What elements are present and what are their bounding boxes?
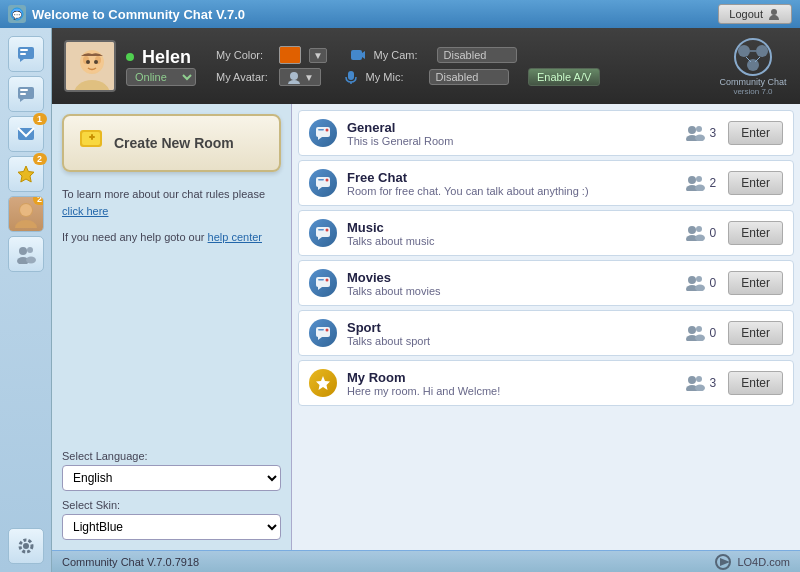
room-details: SportTalks about sport bbox=[347, 320, 673, 347]
enable-av-button[interactable]: Enable A/V bbox=[528, 68, 600, 86]
title-bar: 💬 Welcome to Community Chat V.7.0 Logout bbox=[0, 0, 800, 28]
room-item: MusicTalks about music 0Enter bbox=[298, 210, 794, 256]
header-controls: My Color: ▼ My Cam: Disabled My Avatar: bbox=[216, 46, 600, 86]
svg-rect-73 bbox=[318, 279, 324, 281]
svg-point-67 bbox=[688, 226, 696, 234]
svg-point-37 bbox=[738, 45, 750, 57]
sidebar-btn-avatar[interactable]: 2 bbox=[8, 196, 44, 232]
avatar-row: My Avatar: ▼ My Mic: bbox=[216, 68, 600, 86]
room-type-icon bbox=[309, 219, 337, 247]
language-select[interactable]: English French German Spanish bbox=[62, 465, 281, 491]
svg-rect-9 bbox=[20, 93, 26, 95]
svg-point-19 bbox=[26, 257, 36, 264]
enter-room-button-5[interactable]: Enter bbox=[728, 371, 783, 395]
svg-point-91 bbox=[695, 385, 705, 392]
settings-button[interactable] bbox=[8, 528, 44, 564]
sidebar-btn-users[interactable] bbox=[8, 236, 44, 272]
enter-room-button-2[interactable]: Enter bbox=[728, 221, 783, 245]
enter-room-button-0[interactable]: Enter bbox=[728, 121, 783, 145]
room-desc: Room for free chat. You can talk about a… bbox=[347, 185, 673, 197]
people-count-icon bbox=[685, 275, 705, 291]
avatar-dropdown-arrow: ▼ bbox=[304, 72, 314, 83]
room-item: SportTalks about sport 0Enter bbox=[298, 310, 794, 356]
svg-point-29 bbox=[94, 60, 98, 64]
color-dropdown[interactable]: ▼ bbox=[309, 48, 327, 63]
people-count-icon bbox=[685, 125, 705, 141]
sidebar: 1 2 2 bbox=[0, 28, 52, 572]
enter-room-button-4[interactable]: Enter bbox=[728, 321, 783, 345]
room-list: GeneralThis is General Room 3EnterFree C… bbox=[292, 104, 800, 550]
status-text: Community Chat V.7.0.7918 bbox=[62, 556, 199, 568]
svg-rect-8 bbox=[20, 89, 28, 91]
svg-point-61 bbox=[696, 176, 702, 182]
title-bar-left: 💬 Welcome to Community Chat V.7.0 bbox=[8, 5, 245, 23]
room-count: 0 bbox=[683, 325, 718, 341]
room-desc: Talks about sport bbox=[347, 335, 673, 347]
enter-room-button-3[interactable]: Enter bbox=[728, 271, 783, 295]
svg-rect-46 bbox=[91, 134, 93, 140]
svg-point-32 bbox=[290, 72, 298, 80]
svg-point-53 bbox=[696, 126, 702, 132]
svg-rect-7 bbox=[18, 87, 34, 99]
skin-select[interactable]: LightBlue Dark Classic bbox=[62, 514, 281, 540]
svg-marker-80 bbox=[318, 337, 322, 340]
enter-room-button-1[interactable]: Enter bbox=[728, 171, 783, 195]
sidebar-btn-chat2[interactable] bbox=[8, 76, 44, 112]
left-panel: Create New Room To learn more about our … bbox=[52, 104, 292, 550]
svg-marker-6 bbox=[20, 59, 24, 62]
avatar-label: My Avatar: bbox=[216, 71, 271, 83]
cam-label: My Cam: bbox=[374, 49, 429, 61]
status-bar: Community Chat V.7.0.7918 LO4D.com bbox=[52, 550, 800, 572]
logo-version: version 7.0 bbox=[733, 87, 772, 96]
create-room-button[interactable]: Create New Room bbox=[62, 114, 281, 172]
svg-point-14 bbox=[15, 220, 37, 228]
room-type-icon bbox=[309, 319, 337, 347]
community-logo: Community Chat version 7.0 bbox=[718, 36, 788, 96]
color-row: My Color: ▼ My Cam: Disabled bbox=[216, 46, 600, 64]
help-center-link[interactable]: help center bbox=[208, 231, 262, 243]
favorites-badge: 2 bbox=[33, 153, 47, 165]
sidebar-btn-favorites[interactable]: 2 bbox=[8, 156, 44, 192]
create-room-label: Create New Room bbox=[114, 135, 234, 151]
svg-point-17 bbox=[27, 247, 33, 253]
svg-rect-79 bbox=[316, 327, 330, 337]
svg-point-88 bbox=[688, 376, 696, 384]
svg-rect-65 bbox=[318, 229, 324, 231]
svg-point-33 bbox=[288, 80, 300, 84]
svg-point-83 bbox=[688, 326, 696, 334]
svg-rect-81 bbox=[318, 329, 324, 331]
room-item: GeneralThis is General Room 3Enter bbox=[298, 110, 794, 156]
click-here-link[interactable]: click here bbox=[62, 205, 108, 217]
room-name: My Room bbox=[347, 370, 673, 385]
sidebar-btn-messages[interactable]: 1 bbox=[8, 116, 44, 152]
room-item: MoviesTalks about movies 0Enter bbox=[298, 260, 794, 306]
svg-marker-31 bbox=[362, 51, 365, 59]
svg-rect-63 bbox=[316, 227, 330, 237]
room-name: Movies bbox=[347, 270, 673, 285]
room-details: MoviesTalks about movies bbox=[347, 270, 673, 297]
svg-point-85 bbox=[696, 326, 702, 332]
svg-text:💬: 💬 bbox=[12, 10, 22, 20]
svg-point-54 bbox=[695, 135, 705, 142]
color-label: My Color: bbox=[216, 49, 271, 61]
color-picker[interactable] bbox=[279, 46, 301, 64]
avatar-picker[interactable]: ▼ bbox=[279, 68, 321, 86]
room-details: GeneralThis is General Room bbox=[347, 120, 673, 147]
room-name: Sport bbox=[347, 320, 673, 335]
main-container: 1 2 2 bbox=[0, 28, 800, 572]
room-desc: This is General Room bbox=[347, 135, 673, 147]
logout-button[interactable]: Logout bbox=[718, 4, 792, 24]
mic-icon bbox=[344, 70, 358, 84]
room-type-icon bbox=[309, 269, 337, 297]
room-desc: Talks about movies bbox=[347, 285, 673, 297]
svg-marker-64 bbox=[318, 237, 322, 240]
room-item: My RoomHere my room. Hi and Welcme! 3Ent… bbox=[298, 360, 794, 406]
skin-label: Select Skin: bbox=[62, 499, 281, 511]
svg-rect-5 bbox=[20, 53, 26, 55]
sidebar-btn-chat1[interactable] bbox=[8, 36, 44, 72]
status-select[interactable]: Online Away Busy bbox=[126, 68, 196, 86]
svg-rect-47 bbox=[316, 127, 330, 137]
svg-point-2 bbox=[771, 9, 777, 15]
svg-point-78 bbox=[695, 285, 705, 292]
cam-value: Disabled bbox=[437, 47, 517, 63]
